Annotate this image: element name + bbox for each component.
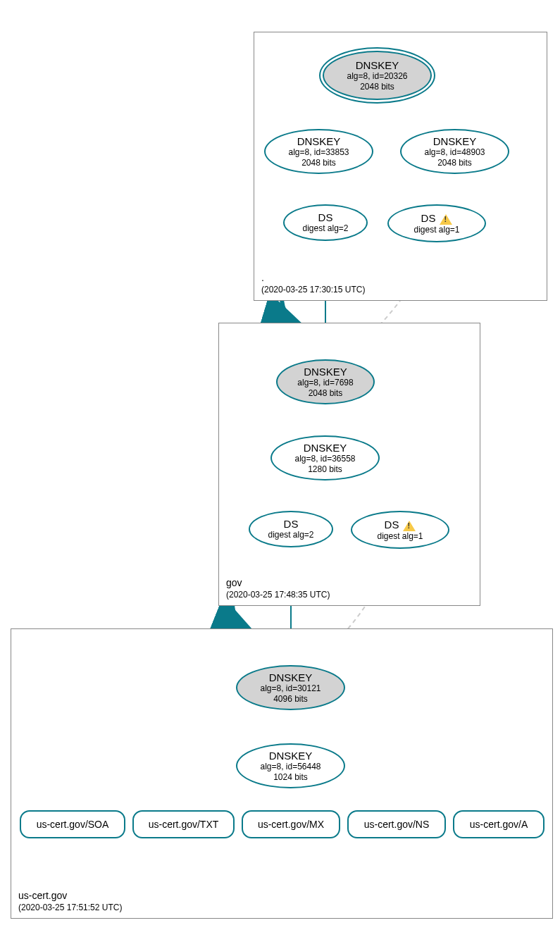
node-sub: alg=8, id=33853 [288, 147, 349, 157]
node-sub: alg=8, id=7698 [297, 378, 353, 388]
node-title: DNSKEY [304, 442, 347, 454]
node-sub: 4096 bits [273, 694, 308, 704]
warning-icon [440, 214, 452, 225]
node-title: DS [284, 518, 299, 530]
node-sub: 2048 bits [309, 388, 343, 398]
node-title: DNSKEY [269, 671, 313, 683]
node-title: DNSKEY [304, 366, 347, 378]
gov-ds1-node: DS digest alg=2 [249, 511, 333, 547]
gov-ds2-node: DS digest alg=1 [351, 511, 449, 549]
zone-gov-label: gov (2020-03-25 17:48:35 UTC) [226, 577, 330, 600]
zone-uscert-timestamp: (2020-03-25 17:51:52 UTC) [18, 903, 122, 912]
node-sub: digest alg=1 [413, 225, 459, 235]
node-title: us-cert.gov/TXT [149, 819, 219, 830]
root-zsk1-node: DNSKEY alg=8, id=33853 2048 bits [264, 129, 373, 174]
node-title: DS [421, 212, 453, 225]
node-sub: digest alg=2 [302, 223, 348, 233]
zone-gov-name: gov [226, 577, 242, 588]
node-title: DNSKEY [269, 750, 313, 762]
zone-root-label: . (2020-03-25 17:30:15 UTC) [261, 272, 365, 294]
node-sub: 2048 bits [301, 158, 336, 168]
rr-a-node: us-cert.gov/A [453, 810, 545, 838]
rr-ns-node: us-cert.gov/NS [347, 810, 446, 838]
zone-root-name: . [261, 272, 264, 283]
zone-root-timestamp: (2020-03-25 17:30:15 UTC) [261, 285, 365, 294]
node-title: us-cert.gov/MX [258, 819, 324, 830]
rr-soa-node: us-cert.gov/SOA [20, 810, 125, 838]
node-sub: digest alg=1 [377, 531, 423, 541]
node-title: DNSKEY [433, 135, 477, 147]
root-ds1-node: DS digest alg=2 [283, 204, 368, 241]
us-zsk-node: DNSKEY alg=8, id=56448 1024 bits [236, 743, 345, 788]
root-ksk-node: DNSKEY alg=8, id=20326 2048 bits [323, 51, 432, 100]
us-ksk-node: DNSKEY alg=8, id=30121 4096 bits [236, 665, 345, 710]
node-sub: alg=8, id=20326 [347, 71, 407, 81]
node-sub: alg=8, id=56448 [260, 762, 321, 771]
rr-mx-node: us-cert.gov/MX [242, 810, 340, 838]
node-sub: digest alg=2 [268, 530, 313, 540]
node-title: us-cert.gov/SOA [37, 819, 109, 830]
node-sub: 2048 bits [437, 158, 472, 168]
zone-uscert-label: us-cert.gov (2020-03-25 17:51:52 UTC) [18, 890, 122, 912]
root-ds2-node: DS digest alg=1 [387, 204, 486, 242]
node-sub: 2048 bits [360, 82, 394, 92]
root-zsk2-node: DNSKEY alg=8, id=48903 2048 bits [400, 129, 509, 174]
zone-uscert-name: us-cert.gov [18, 890, 67, 901]
node-title: DNSKEY [356, 59, 399, 71]
node-sub: alg=8, id=48903 [424, 147, 485, 157]
node-title: us-cert.gov/NS [364, 819, 430, 830]
node-sub: alg=8, id=36558 [294, 454, 355, 464]
gov-ksk-node: DNSKEY alg=8, id=7698 2048 bits [276, 359, 375, 404]
node-title: DS [385, 519, 416, 531]
warning-icon [403, 521, 416, 531]
rr-txt-node: us-cert.gov/TXT [132, 810, 235, 838]
node-title: DS [318, 211, 333, 223]
node-sub: 1280 bits [308, 464, 342, 474]
node-sub: 1024 bits [273, 772, 308, 782]
node-sub: alg=8, id=30121 [260, 683, 321, 693]
gov-zsk-node: DNSKEY alg=8, id=36558 1280 bits [270, 435, 380, 480]
node-title: us-cert.gov/A [470, 819, 528, 830]
node-title: DNSKEY [297, 135, 341, 147]
zone-gov-timestamp: (2020-03-25 17:48:35 UTC) [226, 590, 330, 600]
